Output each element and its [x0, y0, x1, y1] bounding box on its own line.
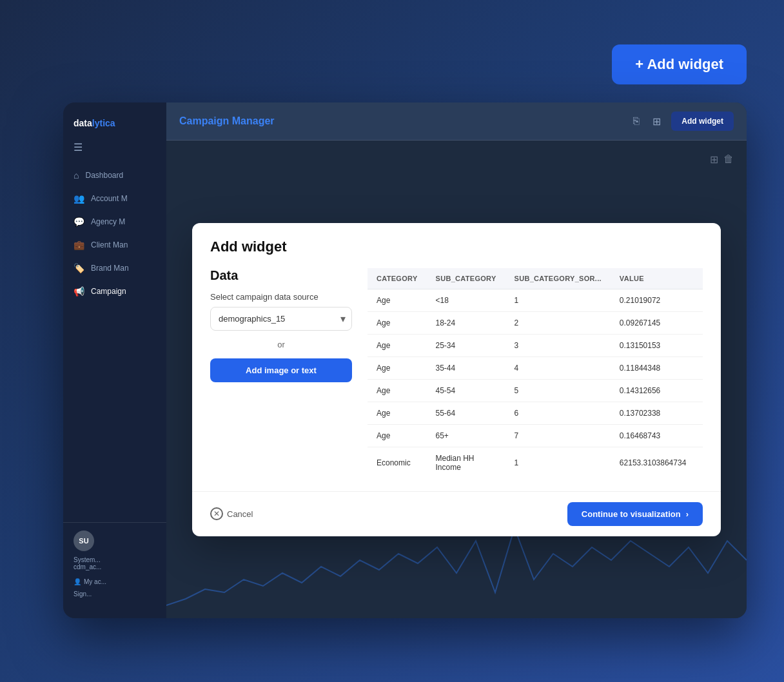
cell-sub-category: 55-64 [427, 402, 505, 424]
cancel-label: Cancel [227, 509, 253, 519]
main-content: ⊞ 🗑 Add widget Data Select campaign [166, 141, 747, 618]
cell-sub-category: 45-54 [427, 379, 505, 402]
cell-sub-category: <18 [427, 289, 505, 311]
table-row: Economic Median HH Income 1 62153.310386… [368, 447, 703, 478]
hamburger-icon[interactable]: ☰ [63, 141, 166, 164]
cell-sub-category: 18-24 [427, 311, 505, 334]
cell-value: 0.09267145 [611, 311, 695, 334]
sidebar-item-dashboard[interactable]: ⌂ Dashboard [63, 164, 166, 187]
continue-label: Continue to visualization [582, 509, 681, 519]
sidebar-item-account[interactable]: 👥 Account M [63, 187, 166, 210]
col-value: VALUE [611, 268, 695, 289]
sidebar-item-label: Campaign [91, 287, 126, 296]
sidebar-item-campaign[interactable]: 📢 Campaign [63, 280, 166, 303]
cell-unit: percent [695, 424, 703, 447]
add-widget-modal: Add widget Data Select campaign data sou… [192, 223, 721, 536]
outer-container: + Add widget datalytica ☰ ⌂ Dashboard 👥 … [37, 44, 747, 638]
cell-unit: dollar [695, 447, 703, 478]
table-row: Age 55-64 6 0.13702338 percent [368, 402, 703, 424]
user-email: cdm_ac... [74, 563, 156, 570]
cell-unit: percent [695, 402, 703, 424]
chart-icon[interactable]: ⊞ [650, 113, 663, 130]
cancel-button[interactable]: ✕ Cancel [210, 507, 253, 520]
data-source-label: Select campaign data source [210, 292, 352, 302]
cell-sort: 7 [505, 424, 611, 447]
modal-right-panel: CATEGORY SUB_CATEGORY SUB_CATEGORY_SOR..… [368, 268, 703, 478]
avatar: SU [74, 531, 94, 551]
cell-category: Age [368, 311, 427, 334]
table-row: Age <18 1 0.21019072 percent [368, 289, 703, 311]
table-row: Age 25-34 3 0.13150153 percent [368, 334, 703, 356]
cell-sort: 1 [505, 289, 611, 311]
main-area: Campaign Manager ⎘ ⊞ Add widget ⊞ 🗑 [166, 102, 747, 618]
cell-value: 0.11844348 [611, 356, 695, 379]
cell-unit: percent [695, 289, 703, 311]
cell-sort: 3 [505, 334, 611, 356]
share-icon[interactable]: ⎘ [631, 113, 642, 130]
client-icon: 💼 [74, 240, 84, 250]
sidebar-item-label: Account M [91, 194, 128, 203]
logo-text: datalytica [74, 118, 115, 128]
cell-value: 0.16468743 [611, 424, 695, 447]
agency-icon: 💬 [74, 217, 84, 227]
cell-value: 0.13702338 [611, 402, 695, 424]
modal-footer: ✕ Cancel Continue to visualization › [192, 491, 721, 536]
modal-left-panel: Data Select campaign data source demogra… [210, 268, 352, 478]
cell-sort: 5 [505, 379, 611, 402]
app-window: datalytica ☰ ⌂ Dashboard 👥 Account M 💬 A… [63, 102, 747, 618]
sign-out-link[interactable]: Sign... [74, 588, 156, 600]
sidebar-item-label: Dashboard [85, 171, 123, 180]
col-sub-category-sort: SUB_CATEGORY_SOR... [505, 268, 611, 289]
username: System... [74, 556, 156, 563]
sidebar: datalytica ☰ ⌂ Dashboard 👥 Account M 💬 A… [63, 102, 166, 618]
cell-category: Age [368, 379, 427, 402]
table-row: Age 35-44 4 0.11844348 percent [368, 356, 703, 379]
cell-sort: 1 [505, 447, 611, 478]
users-icon: 👥 [74, 193, 84, 204]
brand-icon: 🏷️ [74, 263, 84, 273]
col-unit: UNIT [695, 268, 703, 289]
sidebar-item-agency[interactable]: 💬 Agency M [63, 210, 166, 233]
page-title: Campaign Manager [179, 115, 275, 127]
cell-sub-category: 65+ [427, 424, 505, 447]
modal-overlay: Add widget Data Select campaign data sou… [166, 141, 747, 618]
sidebar-item-brand[interactable]: 🏷️ Brand Man [63, 257, 166, 280]
cell-category: Age [368, 356, 427, 379]
cell-category: Age [368, 289, 427, 311]
header-actions: ⎘ ⊞ Add widget [631, 112, 734, 131]
cell-category: Age [368, 424, 427, 447]
col-category: CATEGORY [368, 268, 427, 289]
cell-sort: 6 [505, 402, 611, 424]
continue-button[interactable]: Continue to visualization › [567, 502, 703, 526]
data-source-select[interactable]: demographics_15 [210, 307, 352, 331]
chevron-right-icon: › [686, 509, 689, 519]
campaign-icon: 📢 [74, 286, 84, 297]
table-row: Age 18-24 2 0.09267145 percent [368, 311, 703, 334]
sidebar-links: 👤 My ac... Sign... [74, 576, 156, 600]
cell-sub-category: 25-34 [427, 334, 505, 356]
sidebar-logo: datalytica [63, 113, 166, 141]
cell-category: Economic [368, 447, 427, 478]
modal-header: Add widget [192, 223, 721, 255]
table-row: Age 65+ 7 0.16468743 percent [368, 424, 703, 447]
add-image-or-text-button[interactable]: Add image or text [210, 358, 352, 382]
cell-category: Age [368, 402, 427, 424]
data-source-select-wrapper: demographics_15 ▾ [210, 307, 352, 331]
sidebar-item-client[interactable]: 💼 Client Man [63, 233, 166, 257]
table-header-row: CATEGORY SUB_CATEGORY SUB_CATEGORY_SOR..… [368, 268, 703, 289]
add-widget-header-button[interactable]: Add widget [671, 112, 734, 131]
sidebar-item-label: Client Man [91, 240, 128, 249]
cell-value: 62153.3103864734 [611, 447, 695, 478]
add-widget-outer-button[interactable]: + Add widget [612, 44, 747, 84]
cell-unit: percent [695, 334, 703, 356]
col-sub-category: SUB_CATEGORY [427, 268, 505, 289]
sidebar-bottom: SU System... cdm_ac... 👤 My ac... Sign..… [63, 522, 166, 608]
cancel-icon: ✕ [210, 507, 223, 520]
modal-body: Data Select campaign data source demogra… [192, 255, 721, 491]
my-account-link[interactable]: 👤 My ac... [74, 576, 156, 588]
sidebar-item-label: Agency M [91, 217, 125, 226]
cell-unit: percent [695, 311, 703, 334]
cell-sub-category: 35-44 [427, 356, 505, 379]
data-table: CATEGORY SUB_CATEGORY SUB_CATEGORY_SOR..… [368, 268, 703, 478]
cell-category: Age [368, 334, 427, 356]
